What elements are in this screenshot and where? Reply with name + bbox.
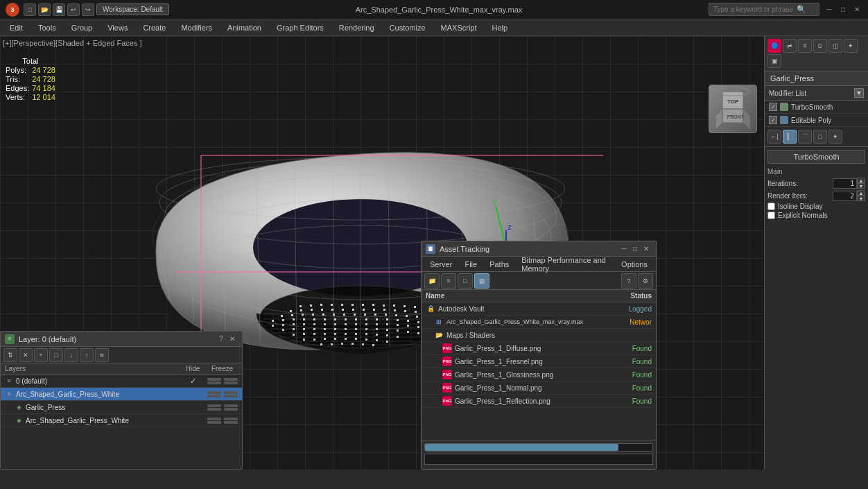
- asset-help-button[interactable]: ?: [621, 273, 636, 289]
- layer-item[interactable]: ◈ Garlic_Press: [1, 401, 242, 414]
- main-area: [+][Perspective][Shaded + Edged Faces ] …: [0, 36, 868, 470]
- layer-help-button[interactable]: ?: [216, 334, 227, 345]
- redo-button[interactable]: ↪: [82, 3, 94, 16]
- layer-delete-button[interactable]: ✕: [19, 348, 33, 362]
- svg-rect-36: [403, 305, 406, 307]
- asset-item[interactable]: PNG Garlic_Press_1_Glossiness.png Found: [422, 368, 656, 381]
- layer-item[interactable]: ≡ Arc_Shaped_Garlic_Press_White: [1, 388, 242, 401]
- maximize-button[interactable]: □: [837, 4, 849, 15]
- asset-tb-btn3[interactable]: □: [458, 273, 473, 289]
- menu-edit[interactable]: Edit: [3, 22, 30, 33]
- modifier-list-dropdown[interactable]: ▼: [854, 88, 864, 98]
- menu-help[interactable]: Help: [485, 22, 515, 33]
- right-panel-icon7[interactable]: ▣: [767, 54, 781, 68]
- layer-item[interactable]: ◈ Arc_Shaped_Garlic_Press_White: [1, 414, 242, 427]
- right-panel-icon2[interactable]: ⇌: [783, 39, 797, 53]
- asset-tb-btn1[interactable]: 📁: [424, 273, 440, 289]
- render-iters-down[interactable]: ▼: [857, 196, 865, 201]
- iterations-down[interactable]: ▼: [857, 183, 865, 189]
- menu-group[interactable]: Group: [64, 22, 100, 33]
- layer-hide-check[interactable]: [179, 415, 207, 425]
- right-panel-icon5[interactable]: ◫: [828, 39, 842, 53]
- asset-menu-bitmap[interactable]: Bitmap Performance and Memory: [516, 255, 614, 274]
- menu-customize[interactable]: Customize: [383, 22, 433, 33]
- asset-item[interactable]: ⊞ Arc_Shaped_Garlic_Press_White_max_vray…: [422, 316, 656, 329]
- asset-minimize-button[interactable]: ─: [618, 243, 630, 255]
- asset-menu-options[interactable]: Options: [616, 259, 653, 270]
- menu-create[interactable]: Create: [136, 22, 173, 33]
- render-iters-up[interactable]: ▲: [857, 190, 865, 196]
- asset-item[interactable]: PNG Garlic_Press_1_Reflection.png Found: [422, 395, 656, 408]
- asset-tb-btn2[interactable]: ≡: [441, 273, 456, 289]
- asset-item[interactable]: PNG Garlic_Press_1_Normal.png Found: [422, 381, 656, 395]
- search-box[interactable]: 🔍: [709, 3, 819, 16]
- explicit-normals-checkbox[interactable]: [767, 212, 775, 219]
- layer-hide-check[interactable]: [179, 389, 207, 399]
- asset-menu-server[interactable]: Server: [424, 259, 458, 270]
- asset-item[interactable]: PNG Garlic_Press_1_Fresnel.png Found: [422, 355, 656, 368]
- search-input[interactable]: [713, 6, 797, 13]
- asset-close-button[interactable]: ✕: [641, 243, 652, 255]
- right-panel-icon1[interactable]: 🔵: [767, 39, 781, 53]
- asset-item[interactable]: PNG Garlic_Press_1_Diffuse.png Found: [422, 342, 656, 355]
- undo-button[interactable]: ↩: [67, 3, 80, 16]
- panel-subicon4[interactable]: □: [813, 130, 827, 144]
- layer-sort-button[interactable]: ⇅: [3, 348, 17, 362]
- modifier-turbosmooth[interactable]: ✓ TurboSmooth: [765, 101, 868, 114]
- modifier-editable-poly[interactable]: ✓ Editable Poly: [765, 114, 868, 127]
- asset-item[interactable]: 📂 Maps / Shaders: [422, 329, 656, 342]
- svg-rect-120: [345, 333, 347, 335]
- asset-item[interactable]: 🔒 Autodesk Vault Logged: [422, 302, 656, 316]
- layer-item[interactable]: ≡ 0 (default) ✓: [1, 375, 242, 388]
- menu-animation[interactable]: Animation: [220, 22, 268, 33]
- right-panel-icon3[interactable]: ≡: [798, 39, 812, 53]
- isoline-checkbox[interactable]: [767, 203, 775, 210]
- search-icon: 🔍: [797, 5, 806, 14]
- menu-modifiers[interactable]: Modifiers: [174, 22, 219, 33]
- layer-add-button[interactable]: +: [34, 348, 48, 362]
- asset-maximize-button[interactable]: □: [630, 243, 641, 255]
- menu-tools[interactable]: Tools: [31, 22, 63, 33]
- svg-rect-127: [313, 338, 315, 341]
- edges-label: Edges:: [6, 84, 32, 93]
- asset-input-bar[interactable]: [424, 454, 653, 465]
- right-panel-icon4[interactable]: ⊙: [813, 39, 827, 53]
- layer-name: Garlic_Press: [26, 404, 179, 411]
- layer-up-button[interactable]: ↑: [80, 348, 94, 362]
- layer-select-button[interactable]: □: [49, 348, 63, 362]
- iterations-up[interactable]: ▲: [857, 178, 865, 183]
- layer-close-button[interactable]: ✕: [227, 334, 238, 345]
- modifier-checkbox[interactable]: ✓: [769, 116, 777, 124]
- workspace-button[interactable]: Workspace: Default: [96, 3, 169, 15]
- menu-maxscript[interactable]: MAXScript: [434, 22, 484, 33]
- menu-graph-editors[interactable]: Graph Editors: [270, 22, 331, 33]
- svg-rect-75: [345, 318, 347, 320]
- layer-hide-check[interactable]: [179, 402, 207, 412]
- panel-subicon1[interactable]: ←|: [767, 130, 781, 144]
- menu-views[interactable]: Views: [101, 22, 134, 33]
- close-button[interactable]: ✕: [851, 4, 862, 15]
- layer-extra-button[interactable]: ≋: [95, 348, 109, 362]
- svg-rect-101: [282, 329, 284, 331]
- panel-subicon2[interactable]: ▎: [783, 130, 797, 144]
- render-iters-value[interactable]: 2: [833, 191, 857, 201]
- open-button[interactable]: 📂: [38, 3, 51, 16]
- panel-subicon3[interactable]: ⌒: [798, 130, 812, 144]
- viewport[interactable]: [+][Perspective][Shaded + Edged Faces ] …: [0, 36, 764, 470]
- layer-hide-check[interactable]: ✓: [179, 376, 207, 386]
- save-button[interactable]: 💾: [53, 3, 65, 16]
- layer-down-button[interactable]: ↓: [64, 348, 78, 362]
- asset-tb-btn4[interactable]: ▦: [474, 273, 489, 289]
- modifier-checkbox[interactable]: ✓: [769, 103, 777, 111]
- menu-rendering[interactable]: Rendering: [332, 22, 381, 33]
- navigation-cube[interactable]: TOP FRONT: [709, 85, 757, 133]
- asset-menu-file[interactable]: File: [459, 259, 483, 270]
- asset-settings-button[interactable]: ⚙: [638, 273, 653, 289]
- new-button[interactable]: □: [24, 3, 36, 16]
- minimize-button[interactable]: ─: [824, 4, 835, 15]
- asset-menu-paths[interactable]: Paths: [484, 259, 514, 270]
- iterations-value[interactable]: 1: [833, 178, 857, 189]
- right-panel-icon6[interactable]: ✦: [844, 39, 858, 53]
- svg-rect-54: [302, 314, 304, 316]
- panel-subicon5[interactable]: ✦: [828, 130, 842, 144]
